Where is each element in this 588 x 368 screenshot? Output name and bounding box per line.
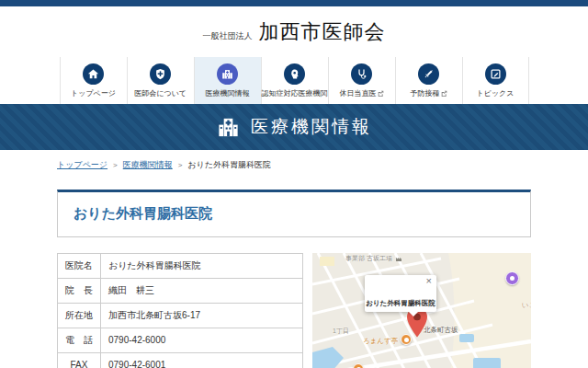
- page-banner: 医療機関情報: [0, 104, 588, 150]
- breadcrumb-separator: >: [113, 161, 118, 169]
- nav-item-dementia[interactable]: 認知症対応医療機関: [261, 57, 328, 104]
- row-label: 医院名: [58, 254, 101, 279]
- breadcrumb: トップページ > 医療機関情報 > おりた外科胃腸科医院: [57, 159, 531, 171]
- row-value: 0790-42-6000: [101, 328, 303, 353]
- main-nav: トップページ 医師会について 医療機関情報 認知症対応医療機関 休日当直医 予防…: [0, 57, 588, 104]
- external-link-icon: [378, 90, 384, 97]
- row-label: 所在地: [58, 304, 101, 328]
- page-title: おりた外科胃腸科医院: [74, 205, 514, 223]
- table-row: 医院名 おりた外科胃腸科医院: [58, 254, 303, 279]
- top-accent-bar: [0, 0, 588, 6]
- nav-label: トピックス: [477, 88, 514, 98]
- nav-label: 医師会について: [134, 88, 187, 98]
- table-row: 所在地 加西市北条町古坂6-17: [58, 304, 303, 328]
- site-name: 加西市医師会: [259, 18, 386, 46]
- memo-icon: [485, 63, 506, 85]
- table-row: 院 長 織田 耕三: [58, 279, 303, 304]
- nav-item-holiday-doctor[interactable]: 休日当直医: [328, 57, 395, 104]
- map-place-label: ろまんす亭: [363, 337, 398, 346]
- home-icon: [83, 63, 104, 85]
- row-label: FAX: [58, 353, 101, 368]
- factory-icon: [395, 255, 402, 262]
- row-value: おりた外科胃腸科医院: [101, 254, 303, 279]
- row-label: 電 話: [58, 328, 101, 353]
- nav-label: 予防接種: [411, 88, 447, 98]
- map-embed[interactable]: 事業部 古坂工場 1丁目 ろまんす亭 北条町古坂 いこ × おりた外科胃腸科医院: [312, 253, 531, 368]
- nav-label: 休日当直医: [340, 88, 384, 98]
- banner-title: 医療機関情報: [251, 115, 372, 139]
- breadcrumb-separator: >: [178, 161, 183, 169]
- table-row: 電 話 0790-42-6000: [58, 328, 303, 353]
- close-icon[interactable]: ×: [426, 276, 432, 286]
- breadcrumb-link-top[interactable]: トップページ: [57, 159, 107, 171]
- syringe-icon: [418, 63, 439, 85]
- nav-item-top-page[interactable]: トップページ: [60, 57, 127, 104]
- map-info-window: × おりた外科胃腸科医院: [365, 275, 436, 312]
- nav-label: 認知症対応医療機関: [262, 88, 328, 98]
- org-type-label: 一般社団法人: [203, 30, 253, 42]
- restaurant-poi-icon[interactable]: [353, 363, 364, 368]
- hospital-icon: [217, 63, 238, 85]
- nav-label: 医療機関情報: [206, 88, 250, 98]
- row-value: 織田 耕三: [101, 279, 303, 304]
- breadcrumb-link-medical-info[interactable]: 医療機関情報: [123, 159, 173, 171]
- nav-item-medical-institutions[interactable]: 医療機関情報: [194, 57, 261, 104]
- nav-label: トップページ: [71, 88, 116, 98]
- hospital-banner-icon: [216, 115, 241, 140]
- row-value: 加西市北条町古坂6-17: [101, 304, 303, 328]
- table-row: FAX 0790-42-6001: [58, 353, 303, 368]
- head-icon: [284, 63, 305, 85]
- external-link-icon: [441, 90, 447, 97]
- row-label: 院 長: [58, 279, 101, 304]
- doctor-stethoscope-icon: [351, 63, 372, 85]
- page-title-box: おりた外科胃腸科医院: [57, 190, 531, 237]
- shield-plus-icon: [150, 63, 171, 85]
- nav-item-topics[interactable]: トピックス: [462, 57, 529, 104]
- info-window-title: おりた外科胃腸科医院: [365, 299, 436, 308]
- breadcrumb-current: おりた外科胃腸科医院: [187, 159, 271, 171]
- map-place-label: いこ: [522, 301, 531, 310]
- site-header: 一般社団法人 加西市医師会: [0, 6, 588, 57]
- nav-item-vaccination[interactable]: 予防接種: [395, 57, 462, 104]
- map-place-label: 事業部 古坂工場: [345, 254, 402, 263]
- map-place-label: 北条町古坂: [424, 326, 458, 335]
- clinic-info-table: 医院名 おりた外科胃腸科医院 院 長 織田 耕三 所在地 加西市北条町古坂6-1…: [57, 253, 303, 368]
- nav-item-about[interactable]: 医師会について: [127, 57, 194, 104]
- map-place-label: 1丁目: [333, 327, 349, 336]
- site-logo[interactable]: 一般社団法人 加西市医師会: [203, 18, 386, 46]
- main-content: 医院名 おりた外科胃腸科医院 院 長 織田 耕三 所在地 加西市北条町古坂6-1…: [57, 253, 531, 368]
- map-poi-icon[interactable]: [505, 271, 519, 285]
- row-value: 0790-42-6001: [101, 353, 303, 368]
